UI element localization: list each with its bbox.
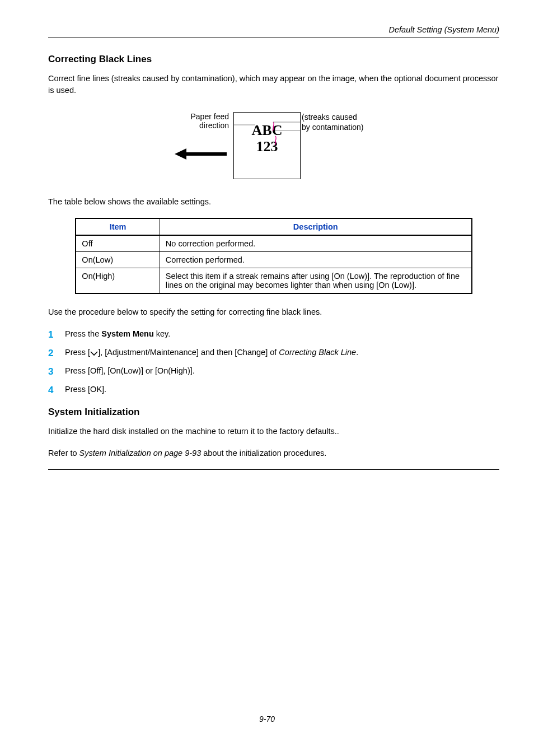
table-row: On(High) Select this item if a streak re… xyxy=(76,268,471,294)
system-init-p2: Refer to System Initialization on page 9… xyxy=(48,447,499,459)
running-header: Default Setting (System Menu) xyxy=(48,25,499,38)
step-1: Press the System Menu key. xyxy=(48,328,499,340)
table-cell-item: On(High) xyxy=(76,268,160,294)
table-row: Off No correction performed. xyxy=(76,235,471,252)
step-option-name: Correcting Black Line xyxy=(279,348,356,357)
step-text: Press the xyxy=(65,329,101,338)
system-init-p1: Initialize the hard disk installed on th… xyxy=(48,426,499,437)
intro-paragraph: Correct fine lines (streaks caused by co… xyxy=(48,73,499,96)
figure-label-paper-feed-1: Paper feed xyxy=(191,112,229,121)
procedure-steps: Press the System Menu key. Press [], [Ad… xyxy=(48,328,499,395)
step-4: Press [OK]. xyxy=(48,384,499,395)
step-text: key. xyxy=(154,329,171,338)
figure: Paper feed direction ABC 123 xyxy=(48,112,499,179)
footer-divider xyxy=(48,469,499,470)
page-number: 9-70 xyxy=(0,715,534,724)
step-2: Press [], [Adjustment/Maintenance] and t… xyxy=(48,347,499,358)
arrow-left-icon xyxy=(173,146,229,162)
table-cell-item: Off xyxy=(76,235,160,252)
step-3: Press [Off], [On(Low)] or [On(High)]. xyxy=(48,365,499,377)
table-cell-desc: Select this item if a streak remains aft… xyxy=(160,268,471,294)
cross-reference-link[interactable]: System Initialization on page 9-93 xyxy=(79,449,202,458)
step-text: ], [Adjustment/Maintenance] and then [Ch… xyxy=(98,348,279,357)
chevron-down-icon xyxy=(90,351,98,356)
procedure-intro: Use the procedure below to specify the s… xyxy=(48,306,499,318)
figure-label-streaks-2: by contamination) xyxy=(302,122,386,132)
figure-label-paper-feed-2: direction xyxy=(199,121,229,130)
figure-box-text-1: ABC xyxy=(252,123,283,139)
table-header-description: Description xyxy=(160,218,471,235)
table-cell-item: On(Low) xyxy=(76,252,160,268)
table-intro: The table below shows the available sett… xyxy=(48,196,499,208)
svg-marker-1 xyxy=(175,148,186,160)
table-cell-desc: Correction performed. xyxy=(160,252,471,268)
p2-text: Refer to xyxy=(48,449,79,458)
step-text: Press [ xyxy=(65,348,90,357)
table-header-item: Item xyxy=(76,218,160,235)
step-text: . xyxy=(356,348,358,357)
section-title-correcting-black-lines: Correcting Black Lines xyxy=(48,54,499,65)
p2-text: about the initialization procedures. xyxy=(201,449,326,458)
figure-box-text-2: 123 xyxy=(256,139,278,155)
figure-sample-page: ABC 123 xyxy=(233,112,301,179)
figure-label-streaks-1: (streaks caused xyxy=(302,112,386,122)
settings-table: Item Description Off No correction perfo… xyxy=(75,218,472,294)
table-row: On(Low) Correction performed. xyxy=(76,252,471,268)
step-key-name: System Menu xyxy=(101,329,153,338)
table-cell-desc: No correction performed. xyxy=(160,235,471,252)
section-title-system-init: System Initialization xyxy=(48,407,499,418)
